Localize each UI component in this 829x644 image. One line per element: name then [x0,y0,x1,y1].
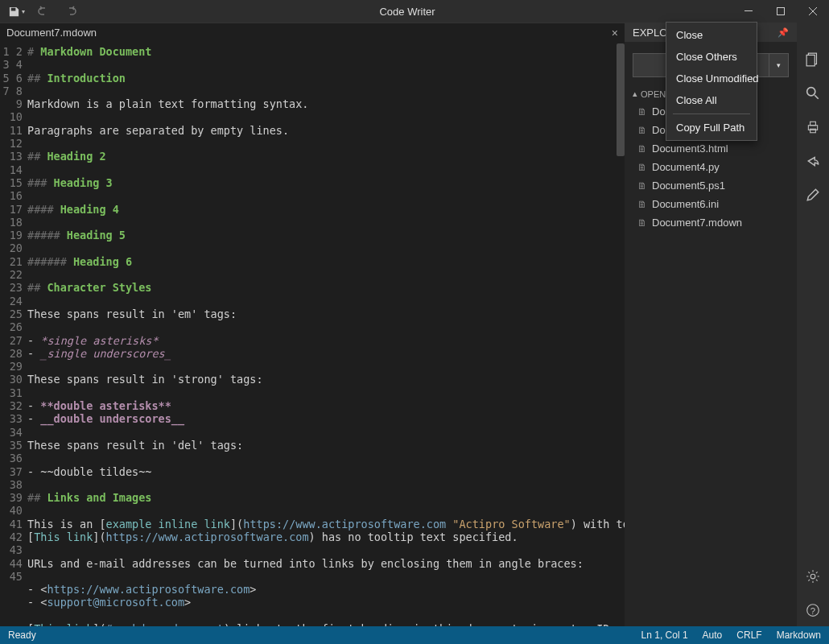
file-icon: 🗎 [637,125,647,136]
svg-rect-1 [777,8,785,15]
menu-separator [673,114,750,114]
status-language[interactable]: Markdown [777,630,821,641]
status-ready: Ready [8,630,627,641]
documents-icon[interactable] [805,52,821,68]
help-icon[interactable]: ? [805,602,821,618]
close-tab-icon[interactable]: × [612,27,618,39]
menu-close-others[interactable]: Close Others [666,46,757,68]
close-window-button[interactable] [797,0,829,23]
statusbar: Ready Ln 1, Col 1 Auto CRLF Markdown [0,626,829,644]
maximize-button[interactable] [765,0,797,23]
svg-rect-3 [806,55,815,66]
save-button[interactable]: ▾ [5,0,27,23]
code-editor[interactable]: 1 2 3 4 5 6 7 8 9 10 11 12 13 14 15 16 1… [0,42,625,626]
undo-button[interactable] [32,0,55,23]
menu-close-all[interactable]: Close All [666,89,757,111]
pin-icon[interactable]: 📌 [777,27,789,38]
file-item[interactable]: 🗎Document4.py [625,158,797,176]
search-icon[interactable] [805,85,821,101]
code-content[interactable]: # Markdown Document ## Introduction Mark… [27,42,625,626]
file-icon: 🗎 [637,143,647,155]
file-icon: 🗎 [637,162,647,173]
line-gutter: 1 2 3 4 5 6 7 8 9 10 11 12 13 14 15 16 1… [0,42,27,626]
menu-close-unmodified[interactable]: Close Unmodified [666,68,757,89]
svg-rect-6 [810,122,816,126]
activity-bar: ? [797,42,829,626]
svg-point-4 [807,88,815,96]
print-icon[interactable] [805,119,821,135]
file-item[interactable]: 🗎Document7.mdown [625,213,797,232]
collapse-icon: ▴ [633,89,637,99]
minimize-button[interactable] [732,0,765,23]
tab-context-menu: Close Close Others Close Unmodified Clos… [666,22,757,141]
settings-icon[interactable] [805,568,821,584]
svg-text:?: ? [810,606,815,616]
file-icon: 🗎 [637,199,647,210]
edit-icon[interactable] [805,187,821,203]
file-icon: 🗎 [637,106,647,118]
status-position[interactable]: Ln 1, Col 1 [641,630,688,641]
file-icon: 🗎 [637,180,647,192]
menu-copy-path[interactable]: Copy Full Path [666,117,757,138]
editor-scrollbar[interactable] [617,43,625,156]
status-encoding[interactable]: Auto [703,630,723,641]
share-icon[interactable] [805,153,821,169]
file-item[interactable]: 🗎Document6.ini [625,195,797,213]
file-item[interactable]: 🗎Document3.html [625,139,797,158]
file-item[interactable]: 🗎Document5.ps1 [625,176,797,195]
file-icon: 🗎 [637,217,647,229]
redo-button[interactable] [60,0,82,23]
document-tab-label: Document7.mdown [6,27,97,39]
new-button-dropdown[interactable]: ▾ [769,53,789,77]
titlebar: ▾ Code Writer [0,0,829,23]
svg-rect-0 [744,10,753,11]
status-eol[interactable]: CRLF [736,630,761,641]
app-title: Code Writer [82,6,732,18]
document-tab[interactable]: Document7.mdown × [0,23,625,42]
svg-point-8 [810,574,815,579]
menu-close[interactable]: Close [666,24,757,46]
